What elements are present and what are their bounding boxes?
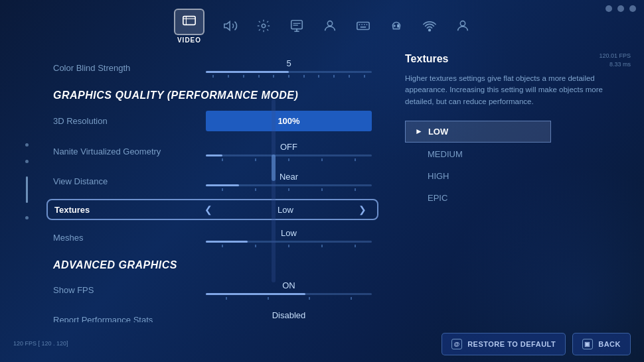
show-fps-label: Show FPS (53, 285, 199, 295)
nanite-ticks (206, 158, 372, 161)
video-icon (182, 13, 197, 28)
svg-point-4 (262, 24, 266, 28)
nanite-row: Nanite Virtualized Geometry OFF (53, 137, 372, 166)
svg-point-22 (460, 21, 465, 26)
nanite-track (206, 154, 372, 156)
sidebar-dot-1 (25, 143, 29, 147)
bottom-bar: 120 FPS [ 120 . 120] @ RESTORE TO DEFAUL… (0, 326, 644, 362)
right-panel-description: Higher textures settings give flat objec… (405, 73, 604, 107)
color-blind-value: 5 (286, 58, 291, 68)
nav-item-settings[interactable] (256, 19, 271, 33)
color-blind-slider[interactable]: 5 (206, 58, 372, 78)
account-icon (323, 19, 337, 33)
profile-icon (455, 19, 470, 33)
show-fps-fill (206, 293, 305, 295)
back-label: BACK (598, 340, 621, 348)
report-performance-slider[interactable]: Disabled (206, 310, 372, 322)
view-distance-fill (206, 184, 239, 186)
color-blind-label: Color Blind Strength (53, 63, 199, 73)
meshes-slider[interactable]: Low (206, 228, 372, 247)
quality-option-medium[interactable]: MEDIUM (405, 144, 551, 164)
wireless-icon (422, 19, 437, 33)
meshes-fill (206, 241, 248, 243)
meshes-track (206, 241, 372, 243)
svg-point-21 (429, 29, 431, 31)
graphics-quality-header: GRAPHICS QUALITY (PERFORMANCE MODE) (53, 83, 372, 105)
resolution-value[interactable]: 100% (206, 111, 372, 131)
meshes-ticks (206, 245, 372, 247)
quality-option-epic[interactable]: EPIC (405, 188, 551, 208)
nav-item-input[interactable] (356, 19, 370, 33)
show-fps-value: ON (282, 280, 295, 290)
nav-item-account[interactable] (323, 19, 337, 33)
nav-item-wireless[interactable] (422, 19, 437, 33)
bottom-buttons: @ RESTORE TO DEFAULT ▣ BACK (442, 333, 631, 355)
audio-icon (223, 19, 238, 33)
gear-icon (256, 19, 271, 33)
show-fps-slider[interactable]: ON (206, 280, 372, 300)
textures-prev-button[interactable]: ❮ (201, 204, 216, 215)
nanite-fill (206, 154, 222, 156)
view-distance-label: View Distance (53, 176, 199, 186)
textures-label: Textures (54, 205, 201, 215)
quality-arrow-low: ► (415, 127, 423, 136)
view-distance-track (206, 184, 372, 186)
show-fps-track (206, 293, 372, 295)
settings-panel: Color Blind Strength 5 GRAPHICS QUALITY … (40, 46, 385, 322)
right-panel: Textures Higher textures settings give f… (385, 46, 644, 322)
restore-default-button[interactable]: @ RESTORE TO DEFAULT (442, 333, 566, 355)
right-panel-title: Textures (405, 53, 624, 65)
sidebar-dot-3 (25, 216, 29, 219)
textures-next-button[interactable]: ❯ (355, 204, 370, 215)
view-distance-slider[interactable]: Near (206, 172, 372, 191)
fps-display-bottom: 120 FPS [ 120 . 120] (13, 339, 68, 348)
meshes-row: Meshes Low (53, 223, 372, 253)
restore-label: RESTORE TO DEFAULT (467, 340, 556, 348)
report-performance-row: Report Performance Stats Disabled (53, 305, 372, 322)
svg-point-20 (398, 26, 399, 27)
textures-row[interactable]: Textures ❮ Low ❯ (46, 199, 378, 220)
nanite-label: Nanite Virtualized Geometry (53, 147, 199, 156)
left-sidebar (20, 53, 33, 309)
nav-item-video[interactable]: VIDEO (174, 9, 204, 44)
nav-item-accessibility[interactable] (289, 19, 304, 33)
keyboard-icon (356, 19, 370, 33)
nanite-slider[interactable]: OFF (206, 142, 372, 161)
resolution-row: 3D Resolution 100% (53, 105, 372, 137)
quality-label-epic: EPIC (414, 193, 447, 203)
quality-label-low: LOW (428, 127, 448, 137)
svg-point-10 (327, 21, 332, 26)
accessibility-icon (289, 19, 304, 33)
nav-item-profile[interactable] (455, 19, 470, 33)
nav-label-video: VIDEO (177, 36, 201, 44)
top-navigation: VIDEO (0, 0, 644, 46)
back-button[interactable]: ▣ BACK (572, 333, 631, 355)
show-fps-row: Show FPS ON (53, 275, 372, 305)
main-content: Color Blind Strength 5 GRAPHICS QUALITY … (40, 46, 644, 322)
nav-item-audio[interactable] (223, 19, 238, 33)
svg-rect-0 (183, 16, 195, 25)
view-distance-value: Near (280, 172, 298, 182)
report-performance-label: Report Performance Stats (53, 315, 199, 322)
view-distance-row: View Distance Near (53, 166, 372, 196)
meshes-value: Low (281, 228, 297, 238)
resolution-label: 3D Resolution (53, 116, 199, 126)
sidebar-line (26, 176, 28, 203)
quality-option-low[interactable]: ► LOW (405, 121, 551, 143)
svg-marker-3 (224, 22, 230, 30)
scroll-thumb[interactable] (272, 154, 276, 181)
meshes-label: Meshes (53, 233, 199, 243)
sidebar-dot-2 (25, 160, 29, 163)
nav-item-controller[interactable] (389, 19, 404, 33)
report-performance-value: Disabled (272, 310, 306, 320)
quality-label-high: HIGH (414, 171, 449, 181)
nanite-value: OFF (280, 142, 297, 152)
quality-option-high[interactable]: HIGH (405, 166, 551, 186)
show-fps-ticks (206, 297, 372, 300)
textures-value: Low (278, 205, 293, 215)
quality-options-list: ► LOW MEDIUM HIGH EPIC (405, 121, 551, 208)
scrollbar[interactable] (272, 99, 276, 282)
back-icon: ▣ (582, 339, 593, 349)
controller-icon (389, 19, 404, 33)
color-blind-track (206, 71, 372, 73)
